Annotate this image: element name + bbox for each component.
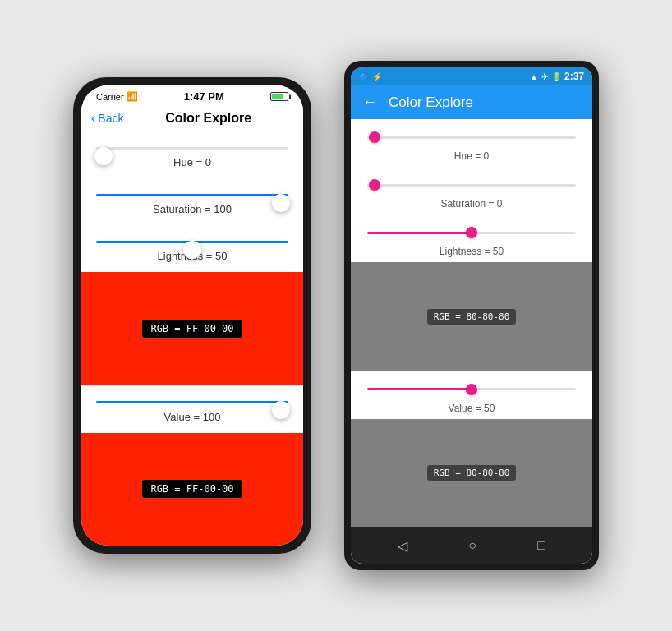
- val-slider-thumb[interactable]: [272, 401, 290, 419]
- android-recent-nav[interactable]: □: [537, 538, 545, 553]
- and-light-rail: [367, 232, 576, 234]
- and-color-display-2: RGB = 80-80-80: [351, 419, 592, 528]
- and-sat-slider[interactable]: [367, 175, 576, 195]
- ios-rgb-badge-1: RGB = FF-00-00: [142, 320, 242, 338]
- and-sat-thumb[interactable]: [369, 179, 380, 191]
- hue-slider-thumb[interactable]: [94, 147, 113, 165]
- android-device: 🔷 ⚡ ▲ ✈ 🔋 2:37 ← Color Explore: [344, 61, 599, 570]
- and-hue-slider[interactable]: [367, 127, 576, 147]
- android-status-icons: 🔷 ⚡: [359, 72, 382, 81]
- hue-slider[interactable]: [96, 140, 288, 156]
- and-light-fill: [367, 232, 472, 234]
- android-home-nav[interactable]: ○: [468, 538, 476, 553]
- ios-page-title: Color Explore: [123, 111, 293, 126]
- and-val-rail: [367, 388, 576, 390]
- android-back-button[interactable]: ←: [362, 94, 377, 111]
- sat-slider-section: Saturation = 100: [81, 178, 303, 225]
- android-screen: 🔷 ⚡ ▲ ✈ 🔋 2:37 ← Color Explore: [351, 67, 592, 564]
- and-light-section: Lightness = 50: [351, 214, 592, 262]
- android-back-nav[interactable]: ◁: [398, 538, 407, 554]
- sat-slider-label: Saturation = 100: [96, 203, 288, 215]
- and-light-slider[interactable]: [367, 223, 576, 242]
- ios-back-label: Back: [98, 112, 123, 125]
- and-sat-section: Saturation = 0: [351, 167, 592, 214]
- wifi-icon: 📶: [127, 91, 138, 102]
- ios-back-button[interactable]: ‹ Back: [91, 111, 123, 126]
- android-time: 2:37: [564, 71, 584, 82]
- ios-rgb-badge-2: RGB = FF-00-00: [142, 480, 242, 498]
- val-slider-section: Value = 100: [81, 386, 303, 433]
- android-status-bar: 🔷 ⚡ ▲ ✈ 🔋 2:37: [351, 67, 592, 85]
- iphone-device: Carrier 📶 1:47 PM ‹ Back Color Explore: [73, 77, 311, 554]
- val-slider-label: Value = 100: [96, 411, 288, 423]
- and-light-thumb[interactable]: [466, 227, 477, 238]
- and-rgb-badge-2: RGB = 80-80-80: [427, 465, 517, 481]
- android-content-area: Hue = 0 Saturation = 0: [351, 119, 592, 527]
- notification-icon2: ⚡: [372, 72, 382, 81]
- light-slider-thumb[interactable]: [183, 241, 201, 259]
- sat-slider[interactable]: [96, 187, 288, 203]
- android-navbar: ◁ ○ □: [351, 527, 592, 564]
- and-val-section: Value = 50: [351, 371, 592, 419]
- notification-icon: 🔷: [359, 72, 369, 81]
- chevron-left-icon: ‹: [91, 111, 95, 126]
- ios-status-bar: Carrier 📶 1:47 PM: [81, 85, 303, 106]
- and-val-slider[interactable]: [367, 380, 576, 399]
- ios-color-display-1: RGB = FF-00-00: [81, 272, 303, 385]
- val-slider[interactable]: [96, 394, 288, 411]
- and-sat-label: Saturation = 0: [367, 198, 576, 210]
- light-slider-rail: [96, 241, 288, 243]
- battery-icon: [270, 92, 288, 101]
- iphone-screen: Carrier 📶 1:47 PM ‹ Back Color Explore: [81, 85, 303, 546]
- and-val-label: Value = 50: [367, 403, 576, 414]
- light-slider[interactable]: [96, 233, 288, 250]
- and-hue-rail: [367, 136, 576, 139]
- and-light-label: Lightness = 50: [367, 246, 576, 257]
- ios-carrier: Carrier 📶: [96, 91, 138, 102]
- battery-icon-android: 🔋: [551, 72, 561, 81]
- ios-navbar: ‹ Back Color Explore: [81, 106, 303, 131]
- and-hue-section: Hue = 0: [351, 119, 592, 167]
- and-val-thumb[interactable]: [466, 384, 477, 395]
- and-hue-thumb[interactable]: [369, 131, 380, 143]
- ios-time: 1:47 PM: [184, 90, 224, 103]
- sat-slider-rail: [96, 194, 288, 196]
- ios-color-display-2: RGB = FF-00-00: [81, 433, 303, 546]
- hue-slider-label: Hue = 0: [96, 156, 288, 168]
- and-hue-label: Hue = 0: [367, 150, 576, 162]
- val-slider-rail: [96, 401, 288, 403]
- android-page-title: Color Explore: [389, 94, 473, 111]
- and-val-fill: [367, 388, 472, 390]
- and-color-display-1: RGB = 80-80-80: [351, 262, 592, 371]
- hue-slider-rail: [96, 147, 288, 150]
- android-status-right: ▲ ✈ 🔋 2:37: [530, 71, 584, 82]
- battery-fill: [272, 94, 283, 99]
- android-appbar: ← Color Explore: [351, 85, 592, 119]
- ios-battery: [270, 92, 288, 101]
- signal-icon: ▲: [530, 72, 538, 81]
- sat-slider-thumb[interactable]: [272, 194, 290, 212]
- hue-slider-section: Hue = 0: [81, 131, 303, 178]
- airplane-icon: ✈: [541, 72, 548, 81]
- and-rgb-badge-1: RGB = 80-80-80: [427, 309, 517, 325]
- ios-content-area: Hue = 0 Saturation = 100 Lightness: [81, 131, 303, 546]
- and-sat-rail: [367, 184, 576, 187]
- light-slider-section: Lightness = 50: [81, 225, 303, 272]
